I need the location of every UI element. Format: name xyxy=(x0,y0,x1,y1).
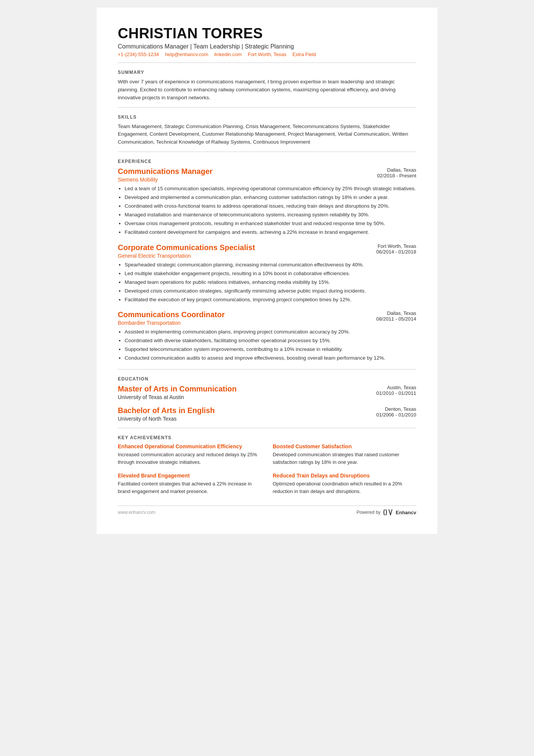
list-item: Managed team operations for public relat… xyxy=(125,279,416,286)
contact-extra: Extra Field xyxy=(292,52,316,57)
job-1-bullets: Led a team of 15 communication specialis… xyxy=(118,185,416,236)
enhancv-brand-name: Enhancv xyxy=(396,510,416,515)
achievements-section: KEY ACHIEVEMENTS Enhanced Operational Co… xyxy=(118,435,416,495)
job-3-company: Bombardier Transportation xyxy=(118,320,225,326)
achievement-4: Reduced Train Delays and Disruptions Opt… xyxy=(273,473,416,495)
job-1-left: Communications Manager Siemens Mobility xyxy=(118,167,212,183)
candidate-title: Communications Manager | Team Leadership… xyxy=(118,43,416,50)
job-3-dates: 08/2011 - 05/2014 xyxy=(376,316,416,322)
job-1-title: Communications Manager xyxy=(118,167,212,176)
list-item: Developed crisis communication strategie… xyxy=(125,287,416,295)
job-2-company: General Electric Transportation xyxy=(118,253,255,259)
list-item: Conducted communication audits to assess… xyxy=(125,354,416,362)
contact-location: Fort Worth, Texas xyxy=(248,52,286,57)
header: CHRISTIAN TORRES Communications Manager … xyxy=(118,26,416,57)
list-item: Managed installation and maintenance of … xyxy=(125,211,416,219)
list-item: Oversaw crisis management protocols, res… xyxy=(125,220,416,228)
achievement-3-text: Facilitated content strategies that achi… xyxy=(118,480,261,495)
list-item: Coordinated with cross-functional teams … xyxy=(125,202,416,210)
list-item: Developed and implemented a communicatio… xyxy=(125,194,416,202)
contact-phone: +1-(234)-555-1234 xyxy=(118,52,159,57)
list-item: Led multiple stakeholder engagement proj… xyxy=(125,270,416,278)
degree-2-location-date: Denton, Texas 01/2006 - 01/2010 xyxy=(376,406,416,418)
achievements-grid: Enhanced Operational Communication Effic… xyxy=(118,443,416,495)
degree-2-title: Bachelor of Arts in English xyxy=(118,406,215,415)
achievement-2-text: Developed communication strategies that … xyxy=(273,451,416,466)
experience-label: EXPERIENCE xyxy=(118,159,416,164)
degree-1-title: Master of Arts in Communication xyxy=(118,385,237,393)
degree-2-left: Bachelor of Arts in English University o… xyxy=(118,406,215,422)
job-3-location: Dallas, Texas xyxy=(376,310,416,316)
job-2-title: Corporate Communications Specialist xyxy=(118,243,255,252)
list-item: Coordinated with diverse stakeholders, f… xyxy=(125,337,416,345)
job-3-header: Communications Coordinator Bombardier Tr… xyxy=(118,310,416,326)
job-3: Communications Coordinator Bombardier Tr… xyxy=(118,310,416,362)
achievement-3-title: Elevated Brand Engagement xyxy=(118,473,261,479)
job-3-title: Communications Coordinator xyxy=(118,310,225,319)
achievement-1-title: Enhanced Operational Communication Effic… xyxy=(118,443,261,449)
degree-1-dates: 01/2010 - 01/2011 xyxy=(376,390,416,396)
degree-2: Bachelor of Arts in English University o… xyxy=(118,406,416,422)
degree-1-location-date: Austin, Texas 01/2010 - 01/2011 xyxy=(376,385,416,396)
job-2: Corporate Communications Specialist Gene… xyxy=(118,243,416,304)
powered-by-text: Powered by xyxy=(356,510,380,515)
summary-section: SUMMARY With over 7 years of experience … xyxy=(118,70,416,102)
job-3-location-date: Dallas, Texas 08/2011 - 05/2014 xyxy=(376,310,416,322)
achievement-2-title: Boosted Customer Satisfaction xyxy=(273,443,416,449)
contact-email[interactable]: help@enhancv.com xyxy=(165,52,208,57)
footer-brand: Powered by Enhancv xyxy=(356,509,416,516)
enhancv-logo-svg xyxy=(383,509,393,516)
achievement-2: Boosted Customer Satisfaction Developed … xyxy=(273,443,416,466)
degree-1: Master of Arts in Communication Universi… xyxy=(118,385,416,400)
job-2-bullets: Spearheaded strategic communication plan… xyxy=(118,261,416,304)
achievement-4-text: Optimized operational coordination which… xyxy=(273,480,416,495)
skills-label: SKILLS xyxy=(118,114,416,120)
footer-url: www.enhancv.com xyxy=(118,510,155,515)
summary-text: With over 7 years of experience in commu… xyxy=(118,78,416,102)
list-item: Facilitated content development for camp… xyxy=(125,229,416,236)
achievement-1-text: Increased communication accuracy and red… xyxy=(118,451,261,466)
summary-label: SUMMARY xyxy=(118,70,416,75)
degree-2-header: Bachelor of Arts in English University o… xyxy=(118,406,416,422)
education-label: EDUCATION xyxy=(118,376,416,382)
degree-1-header: Master of Arts in Communication Universi… xyxy=(118,385,416,400)
achievement-4-title: Reduced Train Delays and Disruptions xyxy=(273,473,416,479)
enhancv-icon xyxy=(383,509,393,516)
job-1-dates: 02/2018 - Present xyxy=(377,173,416,178)
experience-divider xyxy=(118,369,416,369)
education-divider xyxy=(118,428,416,428)
education-section: EDUCATION Master of Arts in Communicatio… xyxy=(118,376,416,422)
job-2-left: Corporate Communications Specialist Gene… xyxy=(118,243,255,259)
candidate-name: CHRISTIAN TORRES xyxy=(118,26,416,42)
degree-1-school: University of Texas at Austin xyxy=(118,394,237,400)
list-item: Supported telecommunication system impro… xyxy=(125,346,416,354)
degree-1-location: Austin, Texas xyxy=(376,385,416,390)
degree-2-school: University of North Texas xyxy=(118,416,215,422)
list-item: Facilitated the execution of key project… xyxy=(125,296,416,304)
header-divider xyxy=(118,63,416,63)
resume-container: CHRISTIAN TORRES Communications Manager … xyxy=(97,8,437,534)
job-3-bullets: Assisted in implementing communication p… xyxy=(118,328,416,362)
job-2-header: Corporate Communications Specialist Gene… xyxy=(118,243,416,259)
job-1-header: Communications Manager Siemens Mobility … xyxy=(118,167,416,183)
skills-section: SKILLS Team Management, Strategic Commun… xyxy=(118,114,416,147)
job-1-location-date: Dallas, Texas 02/2018 - Present xyxy=(377,167,416,178)
job-2-location: Fort Worth, Texas xyxy=(376,243,416,249)
skills-text: Team Management, Strategic Communication… xyxy=(118,123,416,147)
summary-divider xyxy=(118,107,416,108)
footer: www.enhancv.com Powered by Enhancv xyxy=(118,506,416,516)
experience-section: EXPERIENCE Communications Manager Siemen… xyxy=(118,159,416,362)
job-1: Communications Manager Siemens Mobility … xyxy=(118,167,416,236)
contact-linkedin[interactable]: linkedin.com xyxy=(214,52,242,57)
achievement-1: Enhanced Operational Communication Effic… xyxy=(118,443,261,466)
list-item: Assisted in implementing communication p… xyxy=(125,328,416,336)
job-3-left: Communications Coordinator Bombardier Tr… xyxy=(118,310,225,326)
skills-divider xyxy=(118,152,416,152)
achievement-3: Elevated Brand Engagement Facilitated co… xyxy=(118,473,261,495)
achievements-label: KEY ACHIEVEMENTS xyxy=(118,435,416,440)
degree-2-dates: 01/2006 - 01/2010 xyxy=(376,412,416,418)
degree-1-left: Master of Arts in Communication Universi… xyxy=(118,385,237,400)
job-1-company: Siemens Mobility xyxy=(118,177,212,183)
list-item: Spearheaded strategic communication plan… xyxy=(125,261,416,269)
degree-2-location: Denton, Texas xyxy=(376,406,416,412)
